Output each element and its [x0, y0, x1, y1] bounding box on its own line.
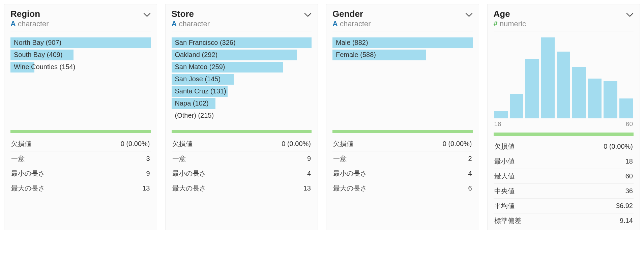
bar-row[interactable]: North Bay (907): [10, 37, 151, 48]
bar-row[interactable]: Oakland (292): [172, 50, 312, 60]
character-type-icon: A: [172, 20, 177, 28]
bar-row[interactable]: South Bay (409): [10, 50, 151, 60]
category-bars: Male (882)Female (588): [332, 37, 473, 125]
histogram-bin: [557, 52, 570, 118]
bar-label: (Other) (215): [172, 112, 214, 119]
histogram-bin: [494, 111, 508, 118]
bar-label: Male (882): [332, 39, 368, 47]
category-bars: North Bay (907)South Bay (409)Wine Count…: [10, 37, 151, 125]
bar-label: San Mateo (259): [172, 63, 225, 71]
histogram-bin: [604, 81, 617, 118]
bar-row[interactable]: Female (588): [332, 50, 473, 60]
chevron-down-icon: [143, 12, 151, 17]
stat-row: 中央値36: [494, 183, 634, 198]
stat-row: 欠損値0 (0.00%): [172, 137, 312, 151]
stats-table: 欠損値0 (0.00%)一意2最小の長さ4最大の長さ6: [332, 137, 473, 196]
histogram-bin: [572, 67, 586, 118]
bar-label: North Bay (907): [10, 39, 61, 47]
card-title: Store: [172, 9, 210, 19]
stat-key: 欠損値: [333, 139, 353, 148]
bar-row[interactable]: (Other) (215): [172, 110, 312, 121]
bar-label: Wine Counties (154): [10, 63, 75, 71]
completeness-bar: [494, 133, 634, 136]
stat-row: 欠損値0 (0.00%): [332, 137, 473, 151]
expand-toggle[interactable]: [465, 12, 473, 17]
bar-label: Napa (102): [172, 99, 209, 107]
bar-row[interactable]: San Jose (145): [172, 74, 312, 85]
stat-row: 最大の長さ13: [172, 181, 312, 196]
stat-row: 最小の長さ9: [10, 166, 151, 181]
completeness-bar: [172, 130, 312, 133]
stat-value: 3: [146, 155, 150, 163]
axis-min: 18: [494, 120, 501, 128]
stat-key: 最大の長さ: [333, 184, 367, 193]
bar-row[interactable]: Male (882): [332, 37, 473, 48]
card-type: Acharacter: [332, 20, 371, 28]
type-label: character: [179, 20, 210, 28]
stat-value: 0 (0.00%): [443, 140, 472, 148]
stat-key: 一意: [172, 154, 186, 163]
completeness-bar: [332, 130, 473, 133]
card-type: Acharacter: [10, 20, 49, 28]
stat-key: 平均値: [494, 201, 515, 210]
stat-key: 欠損値: [11, 139, 31, 148]
numeric-type-icon: #: [494, 20, 498, 28]
histogram-bin: [588, 79, 602, 118]
histogram-bars: [494, 37, 634, 118]
card-header: RegionAcharacter: [10, 9, 151, 31]
histogram-bin: [510, 94, 523, 118]
stat-value: 4: [307, 170, 311, 177]
stat-row: 一意2: [332, 151, 473, 166]
type-label: character: [340, 20, 371, 28]
stat-key: 最小の長さ: [11, 169, 45, 178]
card-header: StoreAcharacter: [172, 9, 312, 31]
character-type-icon: A: [332, 20, 338, 28]
histogram: 1860: [494, 37, 634, 128]
expand-toggle[interactable]: [304, 12, 312, 17]
stat-value: 36: [625, 187, 633, 195]
bar-label: Oakland (292): [172, 51, 218, 59]
card-title: Gender: [332, 9, 371, 19]
stat-value: 60: [625, 172, 633, 180]
stat-row: 最大値60: [494, 169, 634, 183]
stats-table: 欠損値0 (0.00%)一意9最小の長さ4最大の長さ13: [172, 137, 312, 196]
stat-row: 最小値18: [494, 154, 634, 169]
stat-value: 0 (0.00%): [604, 143, 633, 150]
expand-toggle[interactable]: [143, 12, 151, 17]
stat-key: 一意: [11, 154, 25, 163]
bar-label: South Bay (409): [10, 51, 63, 59]
stat-value: 13: [303, 184, 311, 192]
stat-row: 最大の長さ13: [10, 181, 151, 196]
stat-row: 欠損値0 (0.00%): [494, 139, 634, 154]
card-type: Acharacter: [172, 20, 210, 28]
stats-table: 欠損値0 (0.00%)一意3最小の長さ9最大の長さ13: [10, 137, 151, 196]
expand-toggle[interactable]: [626, 12, 634, 17]
chevron-down-icon: [626, 12, 634, 17]
bar-label: San Jose (145): [172, 75, 221, 83]
chevron-down-icon: [465, 12, 473, 17]
summary-cards: RegionAcharacterNorth Bay (907)South Bay…: [4, 4, 640, 230]
chevron-down-icon: [304, 12, 312, 17]
bar-row[interactable]: San Mateo (259): [172, 62, 312, 72]
stat-key: 最大値: [494, 172, 515, 181]
histogram-bin: [619, 98, 633, 118]
bar-row[interactable]: San Francisco (326): [172, 37, 312, 48]
bar-row[interactable]: Wine Counties (154): [10, 62, 151, 72]
type-label: numeric: [500, 20, 526, 28]
stat-row: 最小の長さ4: [332, 166, 473, 181]
card-age: Age#numeric1860欠損値0 (0.00%)最小値18最大値60中央値…: [487, 4, 640, 230]
stat-value: 0 (0.00%): [121, 140, 150, 148]
stat-key: 欠損値: [494, 142, 515, 151]
stat-row: 最大の長さ6: [332, 181, 473, 196]
card-region: RegionAcharacterNorth Bay (907)South Bay…: [4, 4, 157, 230]
stat-key: 最大の長さ: [172, 184, 206, 193]
bar-row[interactable]: Napa (102): [172, 98, 312, 109]
bar-row[interactable]: Santa Cruz (131): [172, 86, 312, 97]
stat-key: 最小の長さ: [172, 169, 206, 178]
stat-value: 6: [468, 184, 472, 192]
stat-value: 9: [146, 170, 150, 177]
stat-key: 最小値: [494, 157, 515, 166]
character-type-icon: A: [10, 20, 16, 28]
bar-label: Female (588): [332, 51, 376, 59]
bar-label: San Francisco (326): [172, 39, 236, 47]
